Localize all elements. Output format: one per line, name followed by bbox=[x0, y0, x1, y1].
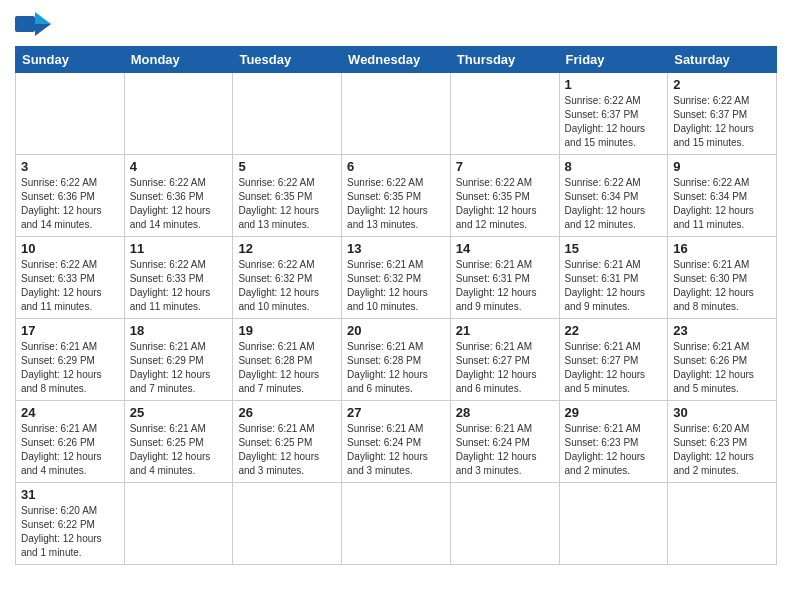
calendar-cell: 22Sunrise: 6:21 AM Sunset: 6:27 PM Dayli… bbox=[559, 319, 668, 401]
calendar-cell: 19Sunrise: 6:21 AM Sunset: 6:28 PM Dayli… bbox=[233, 319, 342, 401]
day-number: 30 bbox=[673, 405, 771, 420]
day-number: 18 bbox=[130, 323, 228, 338]
day-number: 9 bbox=[673, 159, 771, 174]
day-info: Sunrise: 6:21 AM Sunset: 6:25 PM Dayligh… bbox=[238, 422, 336, 478]
svg-marker-2 bbox=[35, 24, 51, 36]
calendar-cell: 16Sunrise: 6:21 AM Sunset: 6:30 PM Dayli… bbox=[668, 237, 777, 319]
calendar-cell: 11Sunrise: 6:22 AM Sunset: 6:33 PM Dayli… bbox=[124, 237, 233, 319]
calendar-cell bbox=[668, 483, 777, 565]
calendar-cell: 8Sunrise: 6:22 AM Sunset: 6:34 PM Daylig… bbox=[559, 155, 668, 237]
weekday-header-monday: Monday bbox=[124, 47, 233, 73]
day-info: Sunrise: 6:21 AM Sunset: 6:26 PM Dayligh… bbox=[21, 422, 119, 478]
calendar-cell: 24Sunrise: 6:21 AM Sunset: 6:26 PM Dayli… bbox=[16, 401, 125, 483]
generalblue-logo-icon bbox=[15, 10, 51, 38]
day-info: Sunrise: 6:20 AM Sunset: 6:23 PM Dayligh… bbox=[673, 422, 771, 478]
calendar-cell bbox=[342, 73, 451, 155]
day-info: Sunrise: 6:21 AM Sunset: 6:31 PM Dayligh… bbox=[565, 258, 663, 314]
day-info: Sunrise: 6:22 AM Sunset: 6:36 PM Dayligh… bbox=[130, 176, 228, 232]
day-number: 10 bbox=[21, 241, 119, 256]
calendar-cell: 13Sunrise: 6:21 AM Sunset: 6:32 PM Dayli… bbox=[342, 237, 451, 319]
weekday-header-thursday: Thursday bbox=[450, 47, 559, 73]
day-number: 1 bbox=[565, 77, 663, 92]
day-info: Sunrise: 6:21 AM Sunset: 6:30 PM Dayligh… bbox=[673, 258, 771, 314]
day-info: Sunrise: 6:22 AM Sunset: 6:33 PM Dayligh… bbox=[130, 258, 228, 314]
day-info: Sunrise: 6:21 AM Sunset: 6:26 PM Dayligh… bbox=[673, 340, 771, 396]
weekday-header-wednesday: Wednesday bbox=[342, 47, 451, 73]
weekday-header-friday: Friday bbox=[559, 47, 668, 73]
calendar-cell: 3Sunrise: 6:22 AM Sunset: 6:36 PM Daylig… bbox=[16, 155, 125, 237]
calendar-week-row: 3Sunrise: 6:22 AM Sunset: 6:36 PM Daylig… bbox=[16, 155, 777, 237]
day-number: 27 bbox=[347, 405, 445, 420]
day-info: Sunrise: 6:21 AM Sunset: 6:28 PM Dayligh… bbox=[238, 340, 336, 396]
calendar-table: SundayMondayTuesdayWednesdayThursdayFrid… bbox=[15, 46, 777, 565]
day-info: Sunrise: 6:22 AM Sunset: 6:36 PM Dayligh… bbox=[21, 176, 119, 232]
day-info: Sunrise: 6:22 AM Sunset: 6:37 PM Dayligh… bbox=[673, 94, 771, 150]
calendar-cell bbox=[450, 483, 559, 565]
day-info: Sunrise: 6:22 AM Sunset: 6:37 PM Dayligh… bbox=[565, 94, 663, 150]
calendar-week-row: 17Sunrise: 6:21 AM Sunset: 6:29 PM Dayli… bbox=[16, 319, 777, 401]
day-info: Sunrise: 6:21 AM Sunset: 6:29 PM Dayligh… bbox=[130, 340, 228, 396]
header bbox=[15, 10, 777, 38]
day-number: 5 bbox=[238, 159, 336, 174]
day-info: Sunrise: 6:21 AM Sunset: 6:27 PM Dayligh… bbox=[565, 340, 663, 396]
day-info: Sunrise: 6:21 AM Sunset: 6:31 PM Dayligh… bbox=[456, 258, 554, 314]
calendar-cell: 31Sunrise: 6:20 AM Sunset: 6:22 PM Dayli… bbox=[16, 483, 125, 565]
day-info: Sunrise: 6:21 AM Sunset: 6:24 PM Dayligh… bbox=[456, 422, 554, 478]
day-number: 14 bbox=[456, 241, 554, 256]
calendar-week-row: 1Sunrise: 6:22 AM Sunset: 6:37 PM Daylig… bbox=[16, 73, 777, 155]
calendar-cell: 23Sunrise: 6:21 AM Sunset: 6:26 PM Dayli… bbox=[668, 319, 777, 401]
day-info: Sunrise: 6:20 AM Sunset: 6:22 PM Dayligh… bbox=[21, 504, 119, 560]
day-info: Sunrise: 6:22 AM Sunset: 6:33 PM Dayligh… bbox=[21, 258, 119, 314]
calendar-cell: 26Sunrise: 6:21 AM Sunset: 6:25 PM Dayli… bbox=[233, 401, 342, 483]
day-number: 11 bbox=[130, 241, 228, 256]
day-number: 26 bbox=[238, 405, 336, 420]
calendar-cell bbox=[450, 73, 559, 155]
calendar-cell: 20Sunrise: 6:21 AM Sunset: 6:28 PM Dayli… bbox=[342, 319, 451, 401]
day-number: 22 bbox=[565, 323, 663, 338]
calendar-cell bbox=[124, 73, 233, 155]
calendar-cell: 18Sunrise: 6:21 AM Sunset: 6:29 PM Dayli… bbox=[124, 319, 233, 401]
calendar-cell: 7Sunrise: 6:22 AM Sunset: 6:35 PM Daylig… bbox=[450, 155, 559, 237]
calendar-cell: 6Sunrise: 6:22 AM Sunset: 6:35 PM Daylig… bbox=[342, 155, 451, 237]
day-info: Sunrise: 6:21 AM Sunset: 6:23 PM Dayligh… bbox=[565, 422, 663, 478]
calendar-cell: 17Sunrise: 6:21 AM Sunset: 6:29 PM Dayli… bbox=[16, 319, 125, 401]
calendar-cell bbox=[559, 483, 668, 565]
day-number: 16 bbox=[673, 241, 771, 256]
day-number: 25 bbox=[130, 405, 228, 420]
day-number: 17 bbox=[21, 323, 119, 338]
day-number: 12 bbox=[238, 241, 336, 256]
day-number: 13 bbox=[347, 241, 445, 256]
calendar-week-row: 31Sunrise: 6:20 AM Sunset: 6:22 PM Dayli… bbox=[16, 483, 777, 565]
day-info: Sunrise: 6:21 AM Sunset: 6:29 PM Dayligh… bbox=[21, 340, 119, 396]
calendar-cell: 25Sunrise: 6:21 AM Sunset: 6:25 PM Dayli… bbox=[124, 401, 233, 483]
calendar-cell: 10Sunrise: 6:22 AM Sunset: 6:33 PM Dayli… bbox=[16, 237, 125, 319]
calendar-cell bbox=[16, 73, 125, 155]
day-number: 7 bbox=[456, 159, 554, 174]
calendar-cell: 2Sunrise: 6:22 AM Sunset: 6:37 PM Daylig… bbox=[668, 73, 777, 155]
calendar-cell bbox=[233, 73, 342, 155]
calendar-cell: 14Sunrise: 6:21 AM Sunset: 6:31 PM Dayli… bbox=[450, 237, 559, 319]
day-info: Sunrise: 6:21 AM Sunset: 6:27 PM Dayligh… bbox=[456, 340, 554, 396]
calendar-cell bbox=[233, 483, 342, 565]
day-number: 31 bbox=[21, 487, 119, 502]
calendar-cell: 27Sunrise: 6:21 AM Sunset: 6:24 PM Dayli… bbox=[342, 401, 451, 483]
day-number: 24 bbox=[21, 405, 119, 420]
day-info: Sunrise: 6:22 AM Sunset: 6:35 PM Dayligh… bbox=[456, 176, 554, 232]
calendar-cell: 4Sunrise: 6:22 AM Sunset: 6:36 PM Daylig… bbox=[124, 155, 233, 237]
day-number: 19 bbox=[238, 323, 336, 338]
calendar-week-row: 24Sunrise: 6:21 AM Sunset: 6:26 PM Dayli… bbox=[16, 401, 777, 483]
day-info: Sunrise: 6:21 AM Sunset: 6:28 PM Dayligh… bbox=[347, 340, 445, 396]
calendar-cell bbox=[124, 483, 233, 565]
day-number: 3 bbox=[21, 159, 119, 174]
day-info: Sunrise: 6:21 AM Sunset: 6:24 PM Dayligh… bbox=[347, 422, 445, 478]
day-info: Sunrise: 6:22 AM Sunset: 6:35 PM Dayligh… bbox=[238, 176, 336, 232]
day-info: Sunrise: 6:22 AM Sunset: 6:32 PM Dayligh… bbox=[238, 258, 336, 314]
calendar-cell: 30Sunrise: 6:20 AM Sunset: 6:23 PM Dayli… bbox=[668, 401, 777, 483]
day-number: 8 bbox=[565, 159, 663, 174]
calendar-cell: 1Sunrise: 6:22 AM Sunset: 6:37 PM Daylig… bbox=[559, 73, 668, 155]
calendar-cell: 29Sunrise: 6:21 AM Sunset: 6:23 PM Dayli… bbox=[559, 401, 668, 483]
day-number: 21 bbox=[456, 323, 554, 338]
day-info: Sunrise: 6:22 AM Sunset: 6:34 PM Dayligh… bbox=[565, 176, 663, 232]
day-number: 20 bbox=[347, 323, 445, 338]
weekday-header-tuesday: Tuesday bbox=[233, 47, 342, 73]
